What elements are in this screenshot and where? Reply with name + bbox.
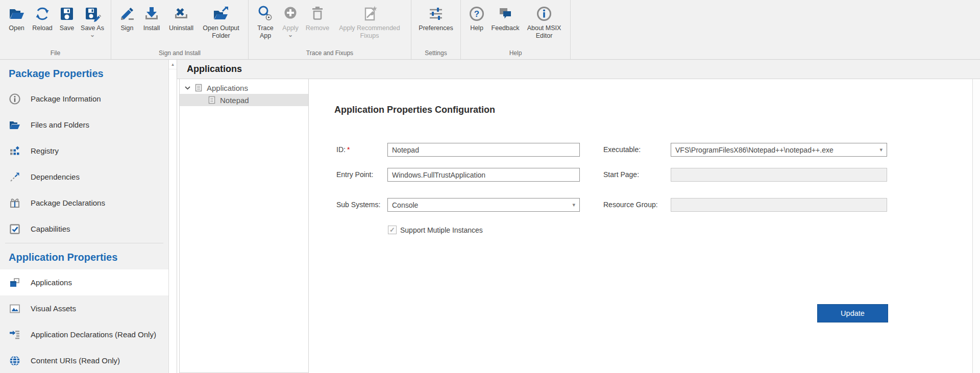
sidebar-item-registry[interactable]: Registry [0, 138, 168, 164]
sidebar-item-label: Applications [31, 278, 72, 287]
sub-systems-value: Console [392, 201, 569, 209]
button-label: About MSIX Editor [524, 24, 565, 40]
button-label: Trace App [254, 24, 277, 40]
document-icon [208, 96, 216, 104]
sidebar-item-applications[interactable]: Applications [0, 269, 168, 295]
svg-text:?: ? [474, 9, 479, 19]
ribbon-group-file: Open Reload Save Save As ⌄ [0, 0, 111, 59]
resource-group-input [671, 198, 887, 212]
resource-group-label: Resource Group: [603, 201, 658, 209]
sidebar-item-dependencies[interactable]: Dependencies [0, 164, 168, 190]
sidebar-scrollbar[interactable]: ▲ [168, 60, 177, 373]
preferences-sliders-icon [427, 3, 445, 24]
help-button[interactable]: ? Help [465, 2, 488, 32]
combo-arrow-icon[interactable]: ▾ [879, 146, 883, 153]
ribbon-group-label: File [4, 48, 107, 59]
feedback-button[interactable]: Feedback [488, 2, 522, 32]
start-page-label: Start Page: [603, 170, 639, 179]
update-button[interactable]: Update [817, 304, 888, 322]
visual-assets-image-icon [9, 303, 22, 315]
install-icon [143, 3, 160, 24]
start-page-input [671, 168, 887, 182]
sidebar-item-label: Capabilities [31, 225, 70, 233]
preferences-button[interactable]: Preferences [415, 2, 456, 32]
about-info-icon [535, 3, 553, 24]
sidebar-item-label: Files and Folders [31, 120, 89, 129]
remove-trash-icon [309, 3, 326, 24]
executable-combobox[interactable]: VFS\ProgramFilesX86\Notepad++\notepad++.… [671, 143, 887, 157]
sidebar-item-label: Registry [31, 146, 59, 155]
sidebar-item-visual-assets[interactable]: Visual Assets [0, 295, 168, 321]
button-label: Remove [306, 24, 330, 32]
dropdown-caret-icon: ⌄ [288, 33, 293, 37]
sub-systems-combobox[interactable]: Console ▾ [387, 198, 580, 212]
sub-systems-label: Sub Systems: [336, 201, 380, 209]
sidebar-item-label: Application Declarations (Read Only) [31, 330, 156, 339]
ribbon-group-settings: Preferences Settings [411, 0, 461, 59]
ribbon-group-sign-and-install: Sign Install Uninstall Open Output Folde… [111, 0, 249, 59]
gift-icon [9, 197, 22, 209]
id-label: ID:* [336, 145, 350, 154]
package-properties-header: Package Properties [0, 60, 168, 86]
save-icon [58, 3, 76, 24]
ribbon-group-label: Trace and Fixups [253, 48, 407, 59]
about-msix-editor-button[interactable]: About MSIX Editor [522, 2, 566, 40]
chevron-down-icon[interactable] [184, 86, 191, 90]
ribbon-group-label: Settings [415, 48, 456, 59]
sidebar-item-capabilities[interactable]: Capabilities [0, 216, 168, 242]
registry-icon [9, 145, 22, 157]
help-question-icon: ? [468, 3, 485, 24]
install-button[interactable]: Install [139, 2, 164, 32]
sidebar-item-files-and-folders[interactable]: Files and Folders [0, 112, 168, 138]
feedback-bubble-icon [497, 3, 514, 24]
entry-point-input[interactable] [387, 168, 580, 182]
scroll-up-arrow-icon[interactable]: ▲ [169, 60, 177, 69]
support-multiple-instances-label: Support Mutiple Instances [400, 226, 483, 234]
sign-button[interactable]: Sign [115, 2, 139, 32]
save-button[interactable]: Save [56, 2, 78, 32]
sign-pencil-icon [118, 3, 136, 24]
reload-button[interactable]: Reload [29, 2, 56, 32]
combo-arrow-icon[interactable]: ▾ [572, 202, 575, 208]
ribbon-group-label: Sign and Install [115, 48, 244, 59]
button-label: Uninstall [169, 24, 193, 32]
save-as-button[interactable]: Save As ⌄ [78, 2, 107, 37]
open-output-folder-button[interactable]: Open Output Folder [198, 2, 244, 40]
trace-app-button[interactable]: Trace App [253, 2, 278, 40]
trace-app-icon [257, 3, 274, 24]
required-asterisk: * [347, 145, 350, 154]
id-input[interactable] [387, 143, 580, 157]
sidebar-item-package-declarations[interactable]: Package Declarations [0, 190, 168, 216]
sidebar-item-content-uris[interactable]: Content URIs (Read Only) [0, 347, 168, 373]
document-icon [194, 84, 203, 92]
open-button[interactable]: Open [4, 2, 29, 32]
open-output-folder-icon [212, 3, 230, 24]
tree-node-notepad[interactable]: Notepad [180, 94, 308, 106]
app-declarations-icon [9, 329, 22, 341]
save-as-icon [84, 3, 101, 24]
uninstall-icon [173, 3, 190, 24]
tree-node-applications[interactable]: Applications [180, 82, 308, 94]
application-properties-form: Application Properties Configuration ID:… [309, 79, 972, 373]
entry-point-label: Entry Point: [336, 170, 373, 179]
button-label: Install [143, 24, 160, 32]
sidebar-item-label: Content URIs (Read Only) [31, 356, 120, 365]
sidebar-item-application-declarations[interactable]: Application Declarations (Read Only) [0, 321, 168, 347]
tree-node-label: Notepad [220, 96, 249, 105]
reload-icon [34, 3, 51, 24]
sidebar-item-label: Package Information [31, 94, 101, 103]
sidebar-item-package-information[interactable]: Package Information [0, 86, 168, 112]
form-heading: Application Properties Configuration [334, 105, 495, 115]
open-folder-icon [8, 3, 26, 24]
sidebar-item-label: Visual Assets [31, 304, 76, 313]
sidebar-item-label: Package Declarations [31, 198, 105, 207]
ribbon-group-help: ? Help Feedback About MSIX Editor Help [461, 0, 571, 59]
button-label: Open Output Folder [200, 24, 242, 40]
tree-node-label: Applications [207, 84, 248, 92]
check-icon: ✓ [389, 227, 395, 233]
main-scrollbar[interactable] [972, 79, 980, 373]
apply-plus-icon [282, 3, 299, 24]
uninstall-button[interactable]: Uninstall [164, 2, 198, 32]
button-label: Reload [32, 24, 53, 32]
navigation-sidebar: Package Properties Package Information F… [0, 60, 168, 373]
